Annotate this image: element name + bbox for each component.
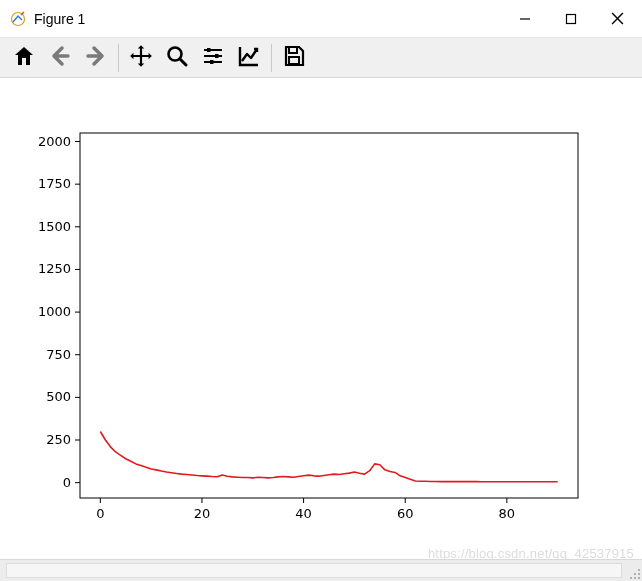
toolbar-separator <box>118 44 119 72</box>
minimize-button[interactable] <box>502 0 548 37</box>
svg-text:0: 0 <box>63 475 71 490</box>
move-icon <box>128 43 154 72</box>
svg-text:1750: 1750 <box>38 176 71 191</box>
back-arrow-icon <box>48 44 72 71</box>
svg-text:20: 20 <box>194 506 211 521</box>
save-button[interactable] <box>277 41 311 75</box>
svg-rect-4 <box>215 54 219 58</box>
svg-text:2000: 2000 <box>38 134 71 149</box>
edit-axes-button[interactable] <box>232 41 266 75</box>
home-button[interactable] <box>7 41 41 75</box>
svg-rect-5 <box>210 60 214 64</box>
svg-text:60: 60 <box>397 506 414 521</box>
status-bar <box>0 559 642 581</box>
svg-text:1000: 1000 <box>38 304 71 319</box>
svg-point-0 <box>12 12 25 25</box>
svg-rect-7 <box>289 57 299 64</box>
toolbar-separator <box>271 44 272 72</box>
forward-button[interactable] <box>79 41 113 75</box>
close-button[interactable] <box>594 0 640 37</box>
figure-canvas[interactable]: 025050075010001250150017502000020406080 <box>0 78 642 559</box>
svg-rect-6 <box>289 47 297 53</box>
pan-button[interactable] <box>124 41 158 75</box>
svg-text:80: 80 <box>499 506 516 521</box>
svg-text:1250: 1250 <box>38 261 71 276</box>
window-buttons <box>502 0 640 37</box>
svg-text:0: 0 <box>96 506 104 521</box>
svg-text:500: 500 <box>46 389 71 404</box>
zoom-button[interactable] <box>160 41 194 75</box>
window-titlebar: Figure 1 <box>0 0 642 38</box>
svg-text:750: 750 <box>46 347 71 362</box>
home-icon <box>12 44 36 71</box>
status-inner <box>6 563 622 578</box>
svg-rect-1 <box>567 14 576 23</box>
svg-text:40: 40 <box>295 506 312 521</box>
resize-grip[interactable] <box>626 565 640 579</box>
zoom-icon <box>165 44 189 71</box>
app-icon <box>10 11 26 27</box>
window-title: Figure 1 <box>34 11 85 27</box>
svg-text:1500: 1500 <box>38 219 71 234</box>
configure-subplots-button[interactable] <box>196 41 230 75</box>
back-button[interactable] <box>43 41 77 75</box>
maximize-button[interactable] <box>548 0 594 37</box>
svg-rect-8 <box>80 133 578 498</box>
toolbar <box>0 38 642 78</box>
sliders-icon <box>201 44 225 71</box>
svg-rect-3 <box>207 48 211 52</box>
save-icon <box>282 44 306 71</box>
line-chart-icon <box>237 44 261 71</box>
svg-text:250: 250 <box>46 432 71 447</box>
plot-svg: 025050075010001250150017502000020406080 <box>0 78 642 559</box>
forward-arrow-icon <box>84 44 108 71</box>
